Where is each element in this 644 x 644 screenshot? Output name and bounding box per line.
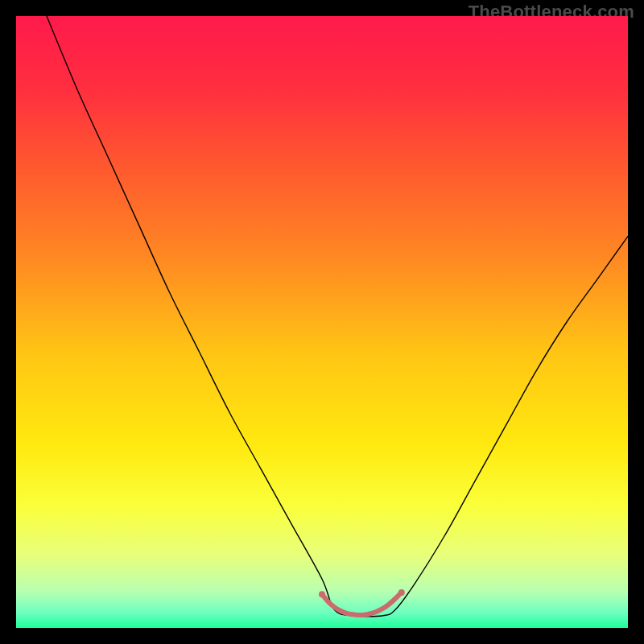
plot-background (16, 16, 628, 628)
series-dot-optimal-range (398, 589, 405, 596)
chart-container: TheBottleneck.com (0, 0, 644, 644)
series-dot-optimal-range (319, 591, 325, 597)
bottleneck-chart (16, 16, 628, 628)
